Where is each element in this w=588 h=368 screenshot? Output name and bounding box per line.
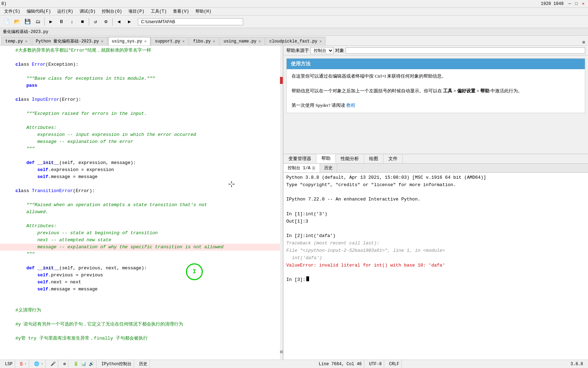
tabs-bar: temp.py ✕ Python 量化编程基础-2023.py ✕ using_… bbox=[0, 36, 588, 46]
tab-temp-close[interactable]: ✕ bbox=[25, 39, 27, 44]
toolbar-settings-btn[interactable]: ⚙ bbox=[101, 17, 111, 27]
toolbar-save-btn[interactable]: 💾 bbox=[22, 17, 32, 27]
main-layout: #大多数的异常的名字都以"Error"结尾，就跟标准的异常名字一样 class … bbox=[0, 46, 588, 360]
code-line-class-input: class InputError(Error): bbox=[0, 96, 283, 103]
code-line-blank3 bbox=[0, 89, 283, 96]
menu-file[interactable]: 文件(S) bbox=[1, 8, 23, 15]
tab-support-close[interactable]: ✕ bbox=[182, 39, 185, 44]
toolbar-forward-btn[interactable]: ▶ bbox=[125, 17, 134, 27]
code-line-self-next: self.next = next bbox=[0, 279, 283, 286]
help-tutorial-link[interactable]: 教程 bbox=[346, 103, 355, 108]
console-tabs: 控制台 1/A ✕ 历史 bbox=[283, 164, 588, 173]
console-tab-1[interactable]: 控制台 1/A ✕ bbox=[283, 164, 320, 172]
console-area[interactable]: Python 3.8.8 (default, Apr 13 2021, 15:0… bbox=[283, 173, 588, 360]
panel-tab-help[interactable]: 帮助 bbox=[316, 154, 336, 163]
tab-cloudpickle-label: cloudpickle_fast.py bbox=[269, 39, 318, 44]
tab-fibo-close[interactable]: ✕ bbox=[213, 39, 215, 44]
tab-quantitative[interactable]: Python 量化编程基础-2023.py ✕ bbox=[32, 37, 107, 45]
code-line-message: message -- explanation of the error bbox=[0, 138, 283, 145]
editor-scrollbar-thumb[interactable] bbox=[280, 77, 283, 84]
console-traceback-file: File "<ipython-input-2-52baa1903a61>", l… bbox=[286, 247, 585, 255]
console-in3-prompt: In [3]: bbox=[286, 276, 306, 284]
menu-debug[interactable]: 调试(D) bbox=[77, 8, 99, 15]
menu-run[interactable]: 运行(R) bbox=[54, 8, 76, 15]
panel-tab-plot[interactable]: 绘图 bbox=[364, 154, 383, 163]
file-path-bar: 量化编程基础-2023.py bbox=[0, 28, 588, 36]
toolbar-sep3 bbox=[112, 18, 113, 26]
tab-cloudpickle[interactable]: cloudpickle_fast.py ✕ bbox=[266, 37, 326, 45]
ipython-console-label: IPython控制台 bbox=[101, 361, 132, 367]
panel-tab-variables[interactable]: 变量管理器 bbox=[283, 154, 316, 163]
tab-using-name-close[interactable]: ✕ bbox=[259, 39, 261, 44]
tab-using-sys-close[interactable]: ✕ bbox=[144, 39, 147, 44]
console-in3[interactable]: In [3]: bbox=[286, 276, 585, 284]
code-line-blank12 bbox=[0, 300, 283, 307]
tab-using-name-label: using_name.py bbox=[223, 39, 256, 44]
path-input[interactable] bbox=[138, 18, 243, 25]
console-python-version: Python 3.8.8 (default, Apr 13 2021, 15:0… bbox=[286, 174, 585, 182]
panel-tabs: 变量管理器 帮助 性能分析 绘图 文件 bbox=[283, 154, 588, 164]
status-lsp: LSP bbox=[3, 360, 15, 368]
toolbar-save-all-btn[interactable]: 🗂 bbox=[33, 17, 43, 27]
status-ipython-console: IPython控制台 bbox=[99, 360, 134, 368]
status-line-col: Line 7684, Col 46 bbox=[317, 360, 364, 368]
toolbar-refresh-btn[interactable]: ↺ bbox=[91, 17, 100, 27]
tabs-menu-btn[interactable]: ≡ bbox=[581, 40, 587, 45]
tab-using-name[interactable]: using_name.py ✕ bbox=[220, 37, 265, 45]
console-in1-code: int('3') bbox=[306, 211, 327, 218]
tab-fibo[interactable]: fibo.py ✕ bbox=[189, 37, 219, 45]
title-bar: 8) 1920 1048 ─ □ ✕ bbox=[0, 0, 588, 8]
console-tab-history-label: 历史 bbox=[324, 165, 333, 171]
toolbar-new-btn[interactable]: 📄 bbox=[1, 17, 11, 27]
console-in2-prompt: In [2]: bbox=[286, 232, 306, 240]
minimize-btn[interactable]: ─ bbox=[566, 1, 573, 6]
menu-help[interactable]: 帮助(H) bbox=[193, 8, 214, 15]
network-icon: 🌐 bbox=[34, 361, 39, 367]
code-line-blank2 bbox=[0, 68, 283, 75]
code-line-class-error: class Error(Exception): bbox=[0, 61, 283, 68]
tab-quantitative-close[interactable]: ✕ bbox=[101, 39, 103, 44]
menu-project[interactable]: 项目(P) bbox=[126, 8, 147, 15]
toolbar-stop-btn[interactable]: ■ bbox=[78, 17, 87, 27]
close-btn[interactable]: ✕ bbox=[580, 1, 587, 6]
panel-tab-files[interactable]: 文件 bbox=[383, 154, 403, 163]
console-tab-1-close[interactable]: ✕ bbox=[312, 166, 316, 170]
panel-tab-performance[interactable]: 性能分析 bbox=[336, 154, 364, 163]
code-line-docend1: """ bbox=[0, 145, 283, 152]
menu-tools[interactable]: 工具(T) bbox=[148, 8, 170, 15]
menu-console[interactable]: 控制台(O) bbox=[99, 8, 125, 15]
menu-edit[interactable]: 编辑代码(F) bbox=[24, 8, 54, 15]
toolbar-debug-btn[interactable]: ⏸ bbox=[56, 17, 66, 27]
toolbar-open-btn[interactable]: 📂 bbox=[12, 17, 22, 27]
toolbar-back-btn[interactable]: ◀ bbox=[114, 17, 124, 27]
help-source-select[interactable]: 控制台 编辑器 bbox=[310, 47, 334, 54]
toolbar-run-btn[interactable]: ▶ bbox=[46, 17, 56, 27]
tab-cloudpickle-close[interactable]: ✕ bbox=[320, 39, 322, 44]
help-object-input[interactable] bbox=[346, 47, 585, 54]
right-panel: 帮助来源于 控制台 编辑器 对象 使用方法 在这里你可以通过在编辑器或者终端中按… bbox=[283, 46, 588, 360]
editor-content[interactable]: #大多数的异常的名字都以"Error"结尾，就跟标准的异常名字一样 class … bbox=[0, 46, 283, 360]
code-line-blank14 bbox=[0, 328, 283, 335]
console-out1-value: 3 bbox=[306, 218, 308, 225]
status-network: 🌐 · bbox=[32, 360, 46, 368]
console-in1-prompt: In [1]: bbox=[286, 211, 306, 218]
console-in2: In [2]: int('dafa') bbox=[286, 232, 585, 240]
history-label: 历史 bbox=[139, 361, 147, 367]
console-in1: In [1]: int('3') bbox=[286, 211, 585, 218]
status-microphone: 🎤 bbox=[48, 360, 58, 368]
maximize-btn[interactable]: □ bbox=[573, 1, 580, 6]
tab-temp[interactable]: temp.py ✕ bbox=[1, 37, 31, 45]
mic-icon: 🎤 bbox=[51, 361, 56, 367]
editor-scrollbar-thumb2[interactable] bbox=[280, 350, 283, 353]
console-tab-history[interactable]: 历史 bbox=[320, 164, 337, 172]
status-bar: LSP S · 🌐 · 🎤 ⚙ 🔋 📊 🔊 IPython控制台 历史 Line… bbox=[0, 360, 588, 368]
tab-using-sys[interactable]: using_sys.py ✕ bbox=[108, 37, 151, 45]
code-line-self-prev: self.previous = previous bbox=[0, 272, 283, 279]
code-line-pass: pass bbox=[0, 82, 283, 89]
editor-scrollbar[interactable] bbox=[280, 46, 283, 360]
toolbar-sep1 bbox=[44, 18, 45, 26]
menu-view[interactable]: 查看(V) bbox=[170, 8, 192, 15]
tab-support[interactable]: support.py ✕ bbox=[151, 37, 189, 45]
toolbar-step-btn[interactable]: ↓ bbox=[67, 17, 77, 27]
console-in2-code: int('dafa') bbox=[306, 232, 336, 240]
